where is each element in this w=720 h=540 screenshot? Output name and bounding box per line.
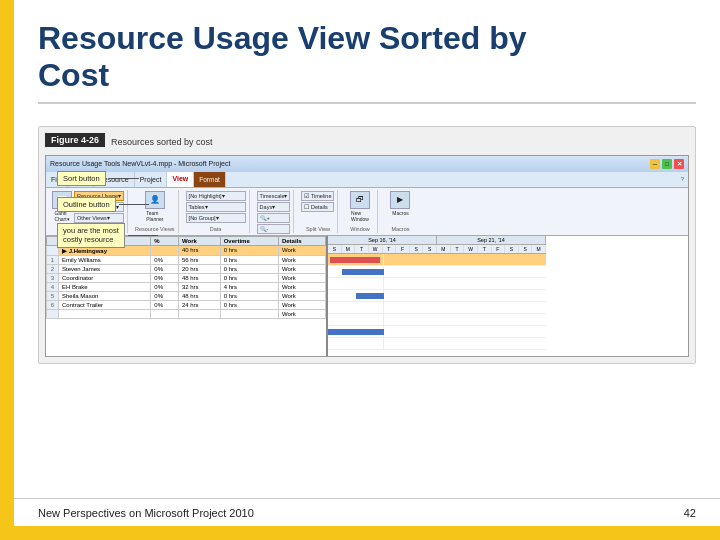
figure-caption: Resources sorted by cost	[111, 137, 213, 147]
callout-sort-label: Sort button	[57, 171, 106, 186]
highlight-dropdown[interactable]: [No Highlight]▾	[186, 191, 246, 201]
tables-dropdown[interactable]: Tables▾	[186, 202, 246, 212]
ribbon-tabs: File Task Resource Project View Format ?	[46, 172, 688, 188]
gantt-row	[328, 290, 546, 302]
timescale-area: Sep 16, '14 Sep 21, '14 S M T W T F S	[326, 236, 546, 356]
ribbon-group-macros: ▶ Macros Macros	[382, 190, 418, 233]
minimize-button[interactable]: ─	[650, 159, 660, 169]
zoom-in-button[interactable]: 🔍+	[257, 213, 291, 223]
timescale-days: S M T W T F S S M T W T	[328, 245, 546, 253]
gantt-rows	[328, 254, 546, 350]
titlebar-text: Resource Usage Tools NewVLvt-4.mpp - Mic…	[50, 160, 230, 167]
callout-costly-resource: you are the mostcostly resource	[57, 223, 158, 249]
ribbon-group-split-view: ☑ Timeline ☐ Details Split View	[298, 190, 338, 233]
table-row[interactable]: 5 Sheila Mason 0% 48 hrs 0 hrs Work	[47, 291, 326, 300]
new-window-icon: 🗗	[350, 191, 370, 209]
gantt-row	[328, 254, 546, 266]
content-area: Resource Usage View Sorted by Cost Figur…	[14, 0, 720, 526]
window-group-label: Window	[350, 226, 370, 232]
resource-details: Work	[278, 245, 325, 255]
timeline-button[interactable]: ☑ Timeline	[301, 191, 334, 201]
table-row[interactable]: 4 EH Brake 0% 32 hrs 4 hrs Work	[47, 282, 326, 291]
callout-costly-line	[128, 235, 158, 236]
table-row[interactable]: 2 Steven James 0% 20 hrs 0 hrs Work	[47, 264, 326, 273]
gantt-row	[328, 314, 546, 326]
zoom-out-button[interactable]: 🔍-	[257, 224, 291, 234]
new-window-button[interactable]: 🗗 NewWindow	[350, 191, 370, 222]
days-dropdown[interactable]: Days▾	[257, 202, 291, 212]
maximize-button[interactable]: □	[662, 159, 672, 169]
gantt-bar-selected	[330, 257, 380, 263]
ribbon-group-zoom: Timescale▾ Days▾ 🔍+ 🔍- Zoom	[254, 190, 295, 233]
gantt-row	[328, 278, 546, 290]
table-row[interactable]: 1 Emily Williams 0% 56 hrs 0 hrs Work	[47, 255, 326, 264]
window-titlebar: Resource Usage Tools NewVLvt-4.mpp - Mic…	[46, 156, 688, 172]
window-controls: ─ □ ✕	[650, 159, 684, 169]
slide-title: Resource Usage View Sorted by Cost	[38, 20, 696, 94]
table-row[interactable]: 6 Contract Trailer 0% 24 hrs 0 hrs Work	[47, 300, 326, 309]
gantt-row	[328, 326, 546, 338]
macros-icon: ▶	[390, 191, 410, 209]
screenshot-container: Figure 4-26 Resources sorted by cost Res…	[38, 126, 696, 364]
close-button[interactable]: ✕	[674, 159, 684, 169]
date-sep16: Sep 16, '14	[328, 236, 437, 244]
tab-format[interactable]: Format	[194, 172, 226, 187]
table-row[interactable]: Work	[47, 309, 326, 318]
gantt-bar	[356, 293, 384, 299]
timescale-button[interactable]: Timescale▾	[257, 191, 291, 201]
main-body: Figure 4-26 Resources sorted by cost Res…	[38, 114, 696, 510]
title-line2: Cost	[38, 57, 109, 93]
gantt-bar	[342, 269, 384, 275]
gantt-row	[328, 302, 546, 314]
resource-overtime: 0 hrs	[220, 245, 278, 255]
footer: New Perspectives on Microsoft Project 20…	[14, 498, 720, 526]
col-details: Details	[278, 236, 325, 245]
resource-table: Resource Name % Work Overtime Details	[46, 236, 326, 356]
col-work: Work	[178, 236, 220, 245]
help-icon[interactable]: ?	[677, 172, 688, 187]
callout-costly-label: you are the mostcostly resource	[57, 223, 125, 249]
callout-sort-button: Sort button	[57, 171, 139, 186]
macros-button[interactable]: ▶ Macros	[390, 191, 410, 216]
figure-label: Figure 4-26	[45, 133, 105, 147]
timescale-dates: Sep 16, '14 Sep 21, '14	[328, 236, 546, 245]
title-section: Resource Usage View Sorted by Cost	[38, 20, 696, 104]
col-overtime: Overtime	[220, 236, 278, 245]
gantt-row	[328, 338, 546, 350]
ribbon-group-data: [No Highlight]▾ Tables▾ [No Group]▾ Data	[183, 190, 250, 233]
callout-outline-line	[119, 204, 149, 205]
title-line1: Resource Usage View Sorted by	[38, 20, 526, 56]
gantt-bar	[328, 329, 384, 335]
group-dropdown[interactable]: [No Group]▾	[186, 213, 246, 223]
tab-project[interactable]: Project	[135, 172, 168, 187]
split-view-label: Split View	[306, 226, 330, 232]
ribbon-group-window: 🗗 NewWindow Window	[342, 190, 378, 233]
date-sep21: Sep 21, '14	[437, 236, 546, 244]
footer-page-number: 42	[684, 507, 696, 519]
callout-outline-button: Outline button	[57, 197, 149, 212]
gantt-row	[328, 266, 546, 278]
bottom-accent-bar	[0, 526, 720, 540]
timescale-header: Sep 16, '14 Sep 21, '14 S M T W T F S	[328, 236, 546, 254]
project-window: Resource Usage Tools NewVLvt-4.mpp - Mic…	[45, 155, 689, 357]
tab-view[interactable]: View	[167, 172, 194, 187]
table-row[interactable]: 3 Coordinator 0% 48 hrs 0 hrs Work	[47, 273, 326, 282]
figure-header: Figure 4-26 Resources sorted by cost	[45, 133, 689, 151]
sheet-area: Resource Name % Work Overtime Details	[46, 236, 688, 356]
footer-left-text: New Perspectives on Microsoft Project 20…	[38, 507, 254, 519]
other-views-button[interactable]: Other Views▾	[74, 213, 124, 223]
details-button[interactable]: ☐ Details	[301, 202, 334, 212]
data-group-label: Data	[210, 226, 222, 232]
callout-sort-line	[109, 178, 139, 179]
resource-work: 40 hrs	[178, 245, 220, 255]
macros-group-label: Macros	[391, 226, 409, 232]
left-accent-bar	[0, 0, 14, 540]
callout-outline-label: Outline button	[57, 197, 116, 212]
